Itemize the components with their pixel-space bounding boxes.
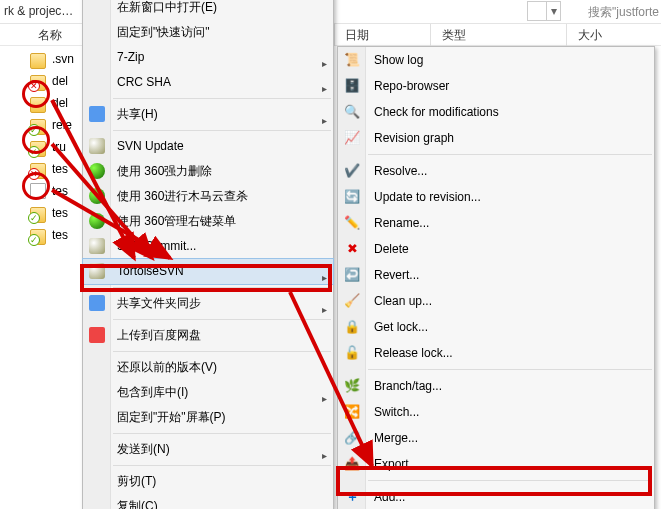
svn-commit-icon — [89, 238, 105, 254]
submenu-clean-up[interactable]: 🧹Clean up... — [338, 288, 654, 314]
submenu-export[interactable]: 📤Export... — [338, 451, 654, 477]
menu-crc-sha[interactable]: CRC SHA▸ — [83, 70, 333, 95]
folder-icon — [30, 97, 46, 113]
svn-normal-overlay-icon: ✓ — [28, 124, 40, 136]
submenu-merge[interactable]: 🔗Merge... — [338, 425, 654, 451]
breadcrumb[interactable]: rk & projec… — [4, 4, 73, 18]
submenu-revert[interactable]: ↩️Revert... — [338, 262, 654, 288]
nav-go-box[interactable]: ▾ — [527, 1, 561, 21]
menu-svn-commit[interactable]: SVN Commit... — [83, 234, 333, 259]
menu-svn-update[interactable]: SVN Update — [83, 134, 333, 159]
column-size[interactable]: 大小 — [578, 27, 602, 44]
menu-open-new-window[interactable]: 在新窗口中打开(E) — [83, 0, 333, 20]
submenu-arrow-icon: ▸ — [322, 76, 327, 101]
svn-normal-overlay-icon: ✓ — [28, 146, 40, 158]
menu-7zip[interactable]: 7-Zip▸ — [83, 45, 333, 70]
branch-icon: 🌿 — [344, 378, 360, 394]
menu-360-force-delete[interactable]: 使用 360强力删除 — [83, 159, 333, 184]
share-icon — [89, 106, 105, 122]
unlock-icon: 🔓 — [344, 345, 360, 361]
svn-deleted-overlay-icon: ✕ — [28, 80, 40, 92]
revision-graph-icon: 📈 — [344, 130, 360, 146]
submenu-get-lock[interactable]: 🔒Get lock... — [338, 314, 654, 340]
menu-cut[interactable]: 剪切(T) — [83, 469, 333, 494]
menu-360-trojan-scan[interactable]: 使用 360进行木马云查杀 — [83, 184, 333, 209]
resolve-icon: ✔️ — [344, 163, 360, 179]
submenu-check-modifications[interactable]: 🔍Check for modifications — [338, 99, 654, 125]
repo-browser-icon: 🗄️ — [344, 78, 360, 94]
submenu-update-to-revision[interactable]: 🔄Update to revision... — [338, 184, 654, 210]
submenu-show-log[interactable]: 📜Show log — [338, 47, 654, 73]
menu-360-right-menu[interactable]: 使用 360管理右键菜单 — [83, 209, 333, 234]
merge-icon: 🔗 — [344, 430, 360, 446]
export-icon: 📤 — [344, 456, 360, 472]
menu-tortoise-svn[interactable]: TortoiseSVN▸ — [83, 259, 333, 284]
sync-icon — [89, 295, 105, 311]
baidu-icon — [89, 327, 105, 343]
chevron-down-icon[interactable]: ▾ — [546, 2, 560, 20]
submenu-arrow-icon: ▸ — [322, 108, 327, 133]
delete-icon: ✖ — [344, 241, 360, 257]
svn-update-icon — [89, 138, 105, 154]
submenu-revision-graph[interactable]: 📈Revision graph — [338, 125, 654, 151]
update-rev-icon: 🔄 — [344, 189, 360, 205]
svn-normal-overlay-icon: ✓ — [28, 212, 40, 224]
menu-share[interactable]: 共享(H)▸ — [83, 102, 333, 127]
submenu-arrow-icon: ▸ — [322, 443, 327, 468]
tortoise-svn-icon — [89, 263, 105, 279]
360-icon — [89, 163, 105, 179]
menu-pin-quick-access[interactable]: 固定到"快速访问" — [83, 20, 333, 45]
folder-icon — [30, 53, 46, 69]
submenu-repo-browser[interactable]: 🗄️Repo-browser — [338, 73, 654, 99]
log-icon: 📜 — [344, 52, 360, 68]
svn-normal-overlay-icon: ✓ — [28, 234, 40, 246]
360-icon — [89, 188, 105, 204]
submenu-switch[interactable]: 🔀Switch... — [338, 399, 654, 425]
menu-send-to[interactable]: 发送到(N)▸ — [83, 437, 333, 462]
submenu-delete[interactable]: ✖Delete — [338, 236, 654, 262]
submenu-arrow-icon: ▸ — [322, 265, 327, 290]
check-modifications-icon: 🔍 — [344, 104, 360, 120]
submenu-add[interactable]: ＋Add... — [338, 484, 654, 509]
submenu-resolve[interactable]: ✔️Resolve... — [338, 158, 654, 184]
file-icon — [30, 183, 46, 199]
menu-include-library[interactable]: 包含到库中(I)▸ — [83, 380, 333, 405]
lock-icon: 🔒 — [344, 319, 360, 335]
tortoisesvn-submenu: 📜Show log 🗄️Repo-browser 🔍Check for modi… — [337, 46, 655, 509]
context-menu: 在新窗口中打开(E) 固定到"快速访问" 7-Zip▸ CRC SHA▸ 共享(… — [82, 0, 334, 509]
menu-copy[interactable]: 复制(C) — [83, 494, 333, 509]
column-type[interactable]: 类型 — [442, 27, 466, 44]
svn-deleted-overlay-icon: ✕ — [28, 168, 40, 180]
rename-icon: ✏️ — [344, 215, 360, 231]
submenu-arrow-icon: ▸ — [322, 297, 327, 322]
switch-icon: 🔀 — [344, 404, 360, 420]
submenu-release-lock[interactable]: 🔓Release lock... — [338, 340, 654, 366]
add-icon: ＋ — [344, 489, 360, 505]
cleanup-icon: 🧹 — [344, 293, 360, 309]
submenu-rename[interactable]: ✏️Rename... — [338, 210, 654, 236]
search-input[interactable]: 搜索"justforte — [588, 4, 659, 21]
menu-restore-previous[interactable]: 还原以前的版本(V) — [83, 355, 333, 380]
menu-share-folder-sync[interactable]: 共享文件夹同步▸ — [83, 291, 333, 316]
menu-upload-baidu[interactable]: 上传到百度网盘 — [83, 323, 333, 348]
submenu-branch-tag[interactable]: 🌿Branch/tag... — [338, 373, 654, 399]
360-icon — [89, 213, 105, 229]
menu-pin-start[interactable]: 固定到"开始"屏幕(P) — [83, 405, 333, 430]
revert-icon: ↩️ — [344, 267, 360, 283]
column-date[interactable]: 日期 — [345, 27, 369, 44]
